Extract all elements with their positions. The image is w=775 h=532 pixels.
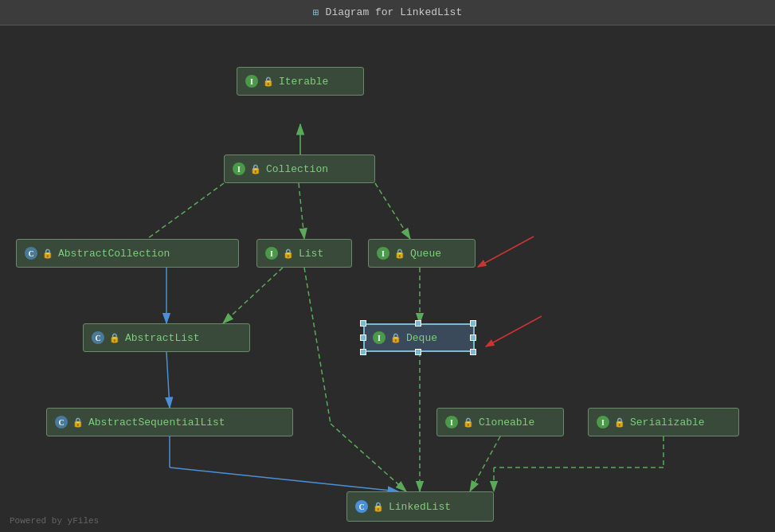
lock-iterable: 🔒 bbox=[263, 76, 274, 87]
svg-line-9 bbox=[166, 352, 170, 408]
node-linkedlist[interactable]: C 🔒 LinkedList bbox=[346, 491, 494, 522]
title-text: Diagram for LinkedList bbox=[326, 6, 463, 18]
label-deque: Deque bbox=[406, 332, 437, 344]
icon-i-deque: I bbox=[373, 331, 386, 344]
svg-line-11 bbox=[170, 467, 398, 491]
node-list[interactable]: I 🔒 List bbox=[256, 239, 352, 268]
lock-linkedlist: 🔒 bbox=[373, 502, 384, 512]
node-iterable[interactable]: I 🔒 Iterable bbox=[237, 67, 364, 96]
icon-i-serializable: I bbox=[597, 416, 609, 428]
diagram-icon: ⊞ bbox=[313, 6, 319, 19]
svg-line-13 bbox=[470, 436, 500, 491]
node-abstractcollection[interactable]: C 🔒 AbstractCollection bbox=[16, 239, 239, 268]
icon-i-iterable: I bbox=[245, 75, 258, 88]
label-serializable: Serializable bbox=[630, 417, 705, 428]
label-linkedlist: LinkedList bbox=[389, 501, 451, 513]
red-arrow-deque bbox=[470, 308, 550, 356]
svg-line-3 bbox=[375, 183, 410, 239]
footer: Powered by yFiles bbox=[10, 516, 99, 526]
handle-br[interactable] bbox=[470, 349, 476, 355]
lock-serializable: 🔒 bbox=[614, 417, 625, 428]
handle-ml[interactable] bbox=[360, 334, 366, 341]
lock-list: 🔒 bbox=[283, 248, 294, 259]
node-serializable[interactable]: I 🔒 Serializable bbox=[588, 408, 739, 436]
svg-line-6 bbox=[304, 268, 331, 424]
handle-tl[interactable] bbox=[360, 320, 366, 327]
label-abstractcollection: AbstractCollection bbox=[58, 248, 170, 260]
label-abstractlist: AbstractList bbox=[125, 332, 200, 344]
icon-c-abstractsequentiallist: C bbox=[55, 416, 68, 428]
icon-i-cloneable: I bbox=[445, 416, 458, 428]
label-collection: Collection bbox=[266, 163, 328, 175]
svg-line-2 bbox=[299, 183, 304, 239]
lock-cloneable: 🔒 bbox=[463, 417, 474, 428]
label-cloneable: Cloneable bbox=[479, 417, 534, 428]
handle-tm[interactable] bbox=[415, 320, 421, 327]
handle-mr[interactable] bbox=[470, 334, 476, 341]
lock-abstractcollection: 🔒 bbox=[42, 248, 53, 259]
icon-i-queue: I bbox=[377, 247, 389, 260]
title-bar: ⊞ Diagram for LinkedList bbox=[0, 0, 775, 25]
diagram-area: I 🔒 Iterable I 🔒 Collection C 🔒 Abstract… bbox=[0, 25, 775, 532]
svg-line-7 bbox=[331, 424, 406, 491]
lock-collection: 🔒 bbox=[250, 164, 261, 174]
node-abstractsequentiallist[interactable]: C 🔒 AbstractSequentialList bbox=[46, 408, 293, 436]
connections-svg bbox=[0, 25, 775, 532]
node-queue[interactable]: I 🔒 Queue bbox=[368, 239, 476, 268]
label-abstractsequentiallist: AbstractSequentialList bbox=[88, 417, 225, 428]
node-cloneable[interactable]: I 🔒 Cloneable bbox=[436, 408, 564, 436]
icon-c-abstractlist: C bbox=[92, 331, 104, 344]
icon-c-abstractcollection: C bbox=[25, 247, 37, 260]
handle-bm[interactable] bbox=[415, 349, 421, 355]
handle-tr[interactable] bbox=[470, 320, 476, 327]
lock-abstractsequentiallist: 🔒 bbox=[72, 417, 84, 428]
svg-line-21 bbox=[486, 316, 542, 346]
icon-i-collection: I bbox=[233, 162, 245, 175]
handle-bl[interactable] bbox=[360, 349, 366, 355]
lock-abstractlist: 🔒 bbox=[109, 333, 120, 343]
svg-line-19 bbox=[478, 237, 534, 267]
node-abstractlist[interactable]: C 🔒 AbstractList bbox=[83, 323, 250, 352]
lock-queue: 🔒 bbox=[394, 248, 405, 259]
label-list: List bbox=[299, 248, 323, 260]
lock-deque: 🔒 bbox=[390, 333, 401, 343]
node-collection[interactable]: I 🔒 Collection bbox=[224, 155, 375, 183]
icon-c2-linkedlist: C bbox=[355, 500, 368, 513]
label-queue: Queue bbox=[410, 248, 441, 260]
svg-line-5 bbox=[223, 268, 283, 323]
node-deque[interactable]: I 🔒 Deque bbox=[363, 323, 475, 352]
label-iterable: Iterable bbox=[279, 76, 328, 88]
icon-i-list: I bbox=[265, 247, 278, 260]
